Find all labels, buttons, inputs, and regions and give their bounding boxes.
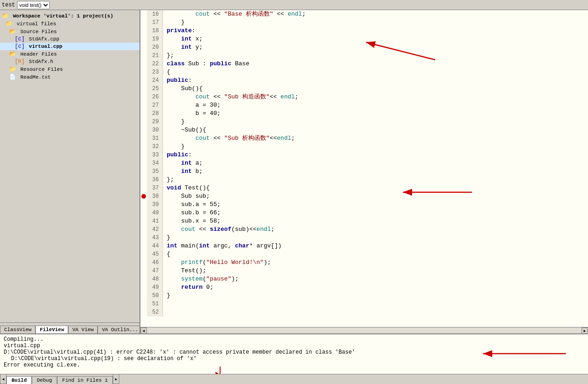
output-scroll-left[interactable]: ◀ — [0, 374, 6, 384]
code-line: 27 a = 30; — [140, 101, 588, 109]
code-line: 44int main(int argc, char* argv[]) — [140, 242, 588, 250]
line-content[interactable]: int a; — [163, 159, 588, 167]
resource-files-label: Resource Files — [20, 67, 63, 72]
line-number: 43 — [147, 234, 163, 242]
code-editor: 16 cout << "Base 析构函数" << endl;17 }18pri… — [140, 10, 588, 333]
workspace-label: Workspace 'virtual': 1 project(s) — [13, 13, 113, 19]
line-content[interactable]: }; — [163, 52, 588, 60]
line-content[interactable]: { — [163, 250, 588, 258]
tab-va-view[interactable]: VA View — [68, 326, 98, 333]
line-number: 40 — [147, 209, 163, 217]
source-files-folder[interactable]: 📂 Source Files — [0, 28, 140, 35]
horizontal-scrollbar[interactable]: ◀ ▶ — [140, 327, 588, 333]
scroll-right-btn[interactable]: ▶ — [582, 327, 588, 333]
header-files-folder[interactable]: 📂 Header Files — [0, 50, 140, 58]
virtual-cpp-item[interactable]: [c] virtual.cpp — [0, 43, 140, 50]
line-content[interactable]: } — [163, 292, 588, 300]
line-content[interactable]: sub.a = 55; — [163, 201, 588, 209]
line-number: 33 — [147, 151, 163, 159]
line-content[interactable]: Sub(){ — [163, 85, 588, 93]
line-number: 20 — [147, 43, 163, 52]
line-content[interactable]: { — [163, 68, 588, 76]
line-content[interactable]: Test(); — [163, 267, 588, 275]
line-content[interactable]: int b; — [163, 167, 588, 176]
scroll-left-btn[interactable]: ◀ — [140, 327, 147, 333]
code-line: 48 system("pause"); — [140, 275, 588, 283]
line-number: 16 — [147, 10, 163, 18]
code-line: 21}; — [140, 52, 588, 60]
line-content[interactable]: printf("Hello World!\n"); — [163, 258, 588, 267]
stdafx-h-item[interactable]: [h] StdAfx.h — [0, 58, 140, 65]
line-number: 29 — [147, 118, 163, 126]
code-line: 24public: — [140, 76, 588, 85]
output-line-5: Error executing cl.exe. — [4, 362, 584, 368]
tab-classview[interactable]: ClassView — [0, 326, 35, 333]
line-content[interactable]: } — [163, 234, 588, 242]
code-line: 18private: — [140, 27, 588, 35]
resource-files-folder[interactable]: 📁 Resource Files — [0, 65, 140, 73]
tab-va-outline[interactable]: VA Outlin... — [98, 326, 140, 333]
line-content[interactable]: }; — [163, 176, 588, 184]
line-content[interactable]: } — [163, 143, 588, 151]
project-label: virtual files — [17, 21, 56, 27]
tab-find-in-files[interactable]: Find in Files 1 — [57, 376, 113, 384]
code-lines: 16 cout << "Base 析构函数" << endl;17 }18pri… — [140, 10, 588, 327]
line-content[interactable]: a = 30; — [163, 101, 588, 109]
line-content[interactable]: int x; — [163, 35, 588, 43]
line-content[interactable]: ~Sub(){ — [163, 126, 588, 134]
line-content[interactable]: cout << "Base 析构函数" << endl; — [163, 10, 588, 18]
readme-item[interactable]: 📄 ReadMe.txt — [0, 73, 140, 81]
code-line: 38 Sub sub; — [140, 192, 588, 201]
tab-build[interactable]: Build — [6, 376, 32, 384]
line-number: 44 — [147, 242, 163, 250]
code-line: 35 int b; — [140, 167, 588, 176]
line-content[interactable]: system("pause"); — [163, 275, 588, 283]
line-content[interactable]: sub.x = 58; — [163, 217, 588, 225]
line-content[interactable]: Sub sub; — [163, 192, 588, 201]
line-number: 39 — [147, 201, 163, 209]
code-line: 30 ~Sub(){ — [140, 126, 588, 134]
breakpoint-dot — [141, 194, 146, 199]
line-content[interactable]: int main(int argc, char* argv[]) — [163, 242, 588, 250]
code-line: 45{ — [140, 250, 588, 258]
line-content[interactable]: } — [163, 18, 588, 27]
line-content[interactable]: cout << sizeof(sub)<<endl; — [163, 225, 588, 234]
line-content[interactable]: public: — [163, 76, 588, 85]
line-number: 37 — [147, 184, 163, 192]
scroll-track — [147, 327, 582, 333]
output-line-3: D:\CODE\virtual\virtual.cpp(41) : error … — [4, 349, 584, 355]
line-content[interactable]: cout << "Sub 析构函数"<<endl; — [163, 134, 588, 143]
tab-fileview[interactable]: FileView — [35, 326, 68, 333]
stdafx-cpp-item[interactable]: [c] StdAfx.cpp — [0, 35, 140, 43]
line-content[interactable]: public: — [163, 151, 588, 159]
line-content[interactable]: b = 40; — [163, 109, 588, 118]
code-line: 20 int y; — [140, 43, 588, 52]
line-content[interactable]: } — [163, 118, 588, 126]
line-number: 18 — [147, 27, 163, 35]
stdafx-h-label: StdAfx.h — [29, 59, 53, 64]
code-line: 52 — [140, 308, 588, 316]
line-content[interactable]: int y; — [163, 43, 588, 52]
function-dropdown[interactable]: void test() — [17, 1, 50, 9]
output-scroll-right[interactable]: ▶ — [113, 374, 119, 384]
line-content[interactable]: cout << "Sub 构造函数"<< endl; — [163, 93, 588, 101]
project-item[interactable]: 📁 virtual files — [0, 20, 140, 28]
line-content[interactable]: return 0; — [163, 283, 588, 292]
line-content[interactable]: class Sub : public Base — [163, 60, 588, 68]
breakpoint-cell[interactable] — [140, 194, 147, 199]
line-number: 21 — [147, 52, 163, 60]
code-line: 29 } — [140, 118, 588, 126]
editor-wrapper[interactable]: 16 cout << "Base 析构函数" << endl;17 }18pri… — [140, 10, 588, 327]
workspace-item[interactable]: 📁 Workspace 'virtual': 1 project(s) — [0, 12, 140, 20]
line-content[interactable]: sub.b = 66; — [163, 209, 588, 217]
code-line: 50} — [140, 292, 588, 300]
code-line: 49 return 0; — [140, 283, 588, 292]
line-number: 17 — [147, 18, 163, 27]
tab-debug[interactable]: Debug — [32, 376, 57, 384]
line-number: 32 — [147, 143, 163, 151]
code-line: 37void Test(){ — [140, 184, 588, 192]
output-content: Compiling... virtual.cpp D:\CODE\virtual… — [0, 334, 588, 374]
line-content[interactable]: void Test(){ — [163, 184, 588, 192]
code-line: 28 b = 40; — [140, 109, 588, 118]
line-content[interactable]: private: — [163, 27, 588, 35]
